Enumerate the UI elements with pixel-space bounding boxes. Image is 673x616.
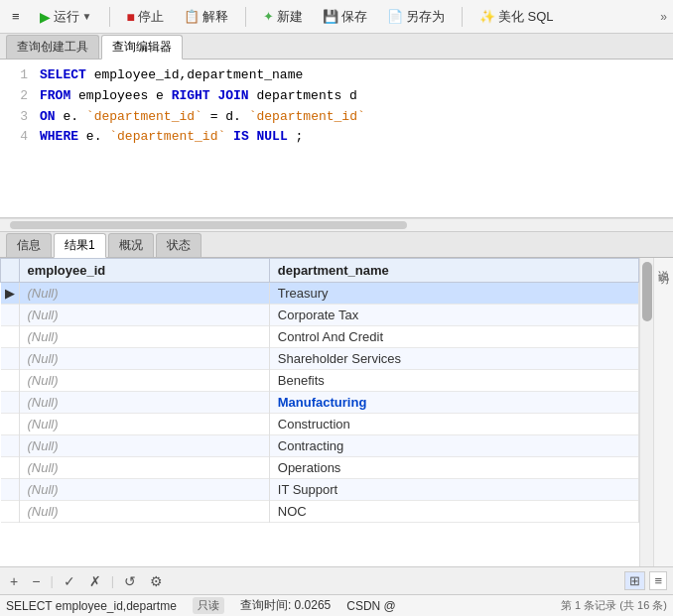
status-badge: 只读 [193, 597, 224, 614]
cell-employee-id: (Null) [19, 370, 269, 392]
explain-label: 解释 [202, 8, 228, 26]
cell-employee-id: (Null) [19, 392, 269, 414]
row-indicator [1, 414, 20, 435]
grid-view-button[interactable]: ⊞ [624, 571, 645, 590]
new-button[interactable]: ✦ 新建 [257, 6, 309, 28]
table-row[interactable]: (Null)Operations [1, 457, 639, 479]
stop-label: 停止 [138, 8, 164, 26]
table-row[interactable]: (Null)Construction [1, 414, 639, 435]
row-indicator [1, 392, 20, 414]
sep2 [245, 7, 246, 27]
sql-editor-content[interactable]: 1 SELECT employee_id,department_name 2 F… [0, 60, 673, 217]
sql-backtick-3: `department_id` [109, 129, 225, 144]
line-num-3: 3 [8, 107, 28, 128]
run-label: 运行 [54, 8, 79, 26]
run-dropdown-icon[interactable]: ▼ [82, 11, 92, 22]
remove-row-button[interactable]: − [28, 571, 44, 591]
confirm-button[interactable]: ✓ [60, 571, 79, 591]
tab-info[interactable]: 信息 [6, 233, 52, 257]
new-label: 新建 [277, 8, 303, 26]
beautify-label: 美化 SQL [498, 8, 554, 26]
cell-employee-id: (Null) [19, 501, 269, 523]
sql-line-4: 4 WHERE e. `department_id` IS NULL ; [0, 127, 673, 148]
save-as-label: 另存为 [406, 8, 445, 26]
table-row[interactable]: (Null)Manufacturing [1, 392, 639, 414]
table-row[interactable]: (Null)NOC [1, 501, 639, 523]
save-button[interactable]: 💾 保存 [317, 6, 373, 28]
line-num-4: 4 [8, 127, 28, 148]
tab-overview[interactable]: 概况 [108, 233, 154, 257]
sql-line-1-content: SELECT employee_id,department_name [40, 65, 303, 86]
cell-employee-id: (Null) [19, 435, 269, 457]
col-header-department-name: department_name [269, 259, 638, 283]
beautify-button[interactable]: ✨ 美化 SQL [473, 6, 560, 28]
v-scroll-thumb[interactable] [642, 262, 652, 321]
status-bar: SELECT employee_id,departme 只读 查询时间: 0.0… [0, 594, 673, 616]
sql-line-4-content: WHERE e. `department_id` IS NULL ; [40, 127, 303, 148]
new-icon: ✦ [263, 9, 274, 24]
table-row[interactable]: (Null)IT Support [1, 479, 639, 501]
kw-select: SELECT [40, 67, 86, 82]
stop-button[interactable]: ■ 停止 [121, 6, 170, 28]
table-row[interactable]: (Null)Contracting [1, 435, 639, 457]
save-icon: 💾 [323, 9, 338, 24]
vertical-scrollbar[interactable] [639, 258, 653, 566]
refresh-button[interactable]: ↺ [120, 571, 140, 591]
bottom-sep1: | [50, 573, 53, 588]
tab-query-builder[interactable]: 查询创建工具 [6, 35, 99, 59]
explain-button[interactable]: 📋 解释 [178, 6, 234, 28]
results-scroll[interactable]: employee_id department_name ▶(Null)Treas… [0, 258, 639, 523]
h-scroll-thumb[interactable] [10, 221, 407, 229]
tab-status[interactable]: 状态 [156, 233, 202, 257]
sql-backtick-1: `department_id` [86, 109, 202, 124]
sql-line-2: 2 FROM employees e RIGHT JOIN department… [0, 86, 673, 107]
table-header-row: employee_id department_name [1, 259, 639, 283]
results-tab-bar: 信息 结果1 概况 状态 [0, 232, 673, 258]
bottom-toolbar: + − | ✓ ✗ | ↺ ⚙ ⊞ ≡ [0, 566, 673, 594]
table-row[interactable]: (Null)Control And Credit [1, 326, 639, 348]
row-indicator: ▶ [1, 283, 20, 305]
save-label: 保存 [341, 8, 367, 26]
results-table: employee_id department_name ▶(Null)Treas… [0, 258, 639, 523]
cell-department-name: Operations [269, 457, 638, 479]
table-row[interactable]: (Null)Benefits [1, 370, 639, 392]
horizontal-scrollbar[interactable] [0, 218, 673, 232]
sql-join-table: departments d [256, 88, 356, 103]
tab-query-editor[interactable]: 查询编辑器 [101, 35, 183, 60]
sep3 [462, 7, 463, 27]
sql-from-table: employees e [78, 88, 172, 103]
indicator-header [1, 259, 20, 283]
tab-results1[interactable]: 结果1 [54, 233, 106, 258]
cell-department-name: Corporate Tax [269, 305, 638, 326]
expand-icon[interactable]: » [660, 10, 667, 24]
table-row[interactable]: (Null)Shareholder Services [1, 348, 639, 370]
main-toolbar: ≡ ▶ 运行 ▼ ■ 停止 📋 解释 ✦ 新建 💾 保存 📄 另存为 ✨ 美化 … [0, 0, 673, 34]
settings-button[interactable]: ⚙ [146, 571, 167, 591]
kw-right-join: RIGHT JOIN [172, 88, 249, 103]
cell-employee-id: (Null) [19, 283, 269, 305]
add-row-button[interactable]: + [6, 571, 22, 591]
menu-icon[interactable]: ≡ [6, 7, 26, 26]
list-view-button[interactable]: ≡ [649, 571, 667, 590]
side-label[interactable]: 说 明 [653, 258, 673, 566]
cell-department-name: Manufacturing [269, 392, 638, 414]
cancel-button[interactable]: ✗ [85, 571, 105, 591]
run-icon: ▶ [40, 9, 51, 25]
sql-semicolon: ; [296, 129, 304, 144]
table-row[interactable]: (Null)Corporate Tax [1, 305, 639, 326]
line-num-2: 2 [8, 86, 28, 107]
table-row[interactable]: ▶(Null)Treasury [1, 283, 639, 305]
cell-employee-id: (Null) [19, 305, 269, 326]
sql-line-2-content: FROM employees e RIGHT JOIN departments … [40, 86, 357, 107]
save-as-icon: 📄 [387, 9, 403, 24]
line-num-1: 1 [8, 65, 28, 86]
kw-on: ON [40, 109, 56, 124]
save-as-button[interactable]: 📄 另存为 [381, 6, 451, 28]
row-indicator [1, 326, 20, 348]
run-button[interactable]: ▶ 运行 ▼ [34, 6, 98, 28]
row-indicator [1, 370, 20, 392]
main-content: 查询创建工具 查询编辑器 1 SELECT employee_id,depart… [0, 34, 673, 616]
stop-icon: ■ [127, 9, 135, 25]
cell-employee-id: (Null) [19, 348, 269, 370]
cell-department-name: Contracting [269, 435, 638, 457]
